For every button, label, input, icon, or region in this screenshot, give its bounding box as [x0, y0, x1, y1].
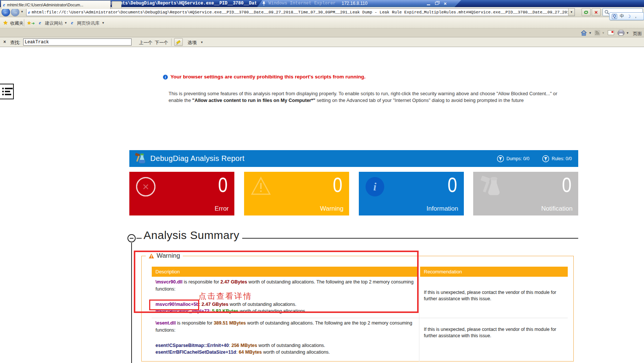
module-link[interactable]: \msvcr90.dll: [155, 279, 182, 285]
funnel-icon: [542, 155, 549, 162]
forward-button[interactable]: →: [11, 8, 19, 16]
feeds-dropdown[interactable]: ▼: [602, 31, 605, 35]
tab-favicon-icon: e: [3, 2, 5, 8]
mail-dot-icon: [611, 31, 613, 33]
ime-logo-icon[interactable]: Q: [612, 14, 617, 19]
recommendation-cell: If this is unexpected, please contact th…: [424, 289, 568, 302]
summary-collapse-toggle[interactable]: [127, 234, 136, 242]
dumps-badge[interactable]: Dumps: 0/0: [497, 150, 529, 167]
row-text: is responsible for: [182, 279, 220, 285]
ime-punctuation-toggle[interactable]: ，: [634, 13, 638, 19]
ime-mode-toggle[interactable]: 中: [620, 13, 624, 19]
find-label: 查找:: [10, 40, 20, 46]
address-dropdown-button[interactable]: ▼: [568, 9, 574, 16]
function-link[interactable]: msvcr90!malloc+5b: [155, 302, 199, 307]
description-cell: \esent.dll is responsible for 389.51 MBy…: [155, 320, 416, 334]
close-button[interactable]: ×: [441, 0, 449, 6]
address-url: mhtml:file://C:\Users\Administrator\Docu…: [32, 10, 568, 15]
notification-count: 0: [562, 173, 571, 197]
find-close-button[interactable]: ×: [3, 39, 6, 44]
read-mail-button[interactable]: [608, 30, 614, 35]
home-button[interactable]: [580, 30, 587, 36]
error-count: 0: [218, 173, 228, 197]
restore-icon: [435, 2, 438, 5]
rss-feeds-button[interactable]: [594, 30, 600, 36]
minimize-button[interactable]: [425, 0, 432, 6]
back-button[interactable]: ←: [1, 8, 10, 16]
warning-label: Warning: [320, 205, 343, 212]
report-title: DebugDiag Analysis Report: [150, 150, 244, 167]
function-link[interactable]: esent!ErrBFICacheISetDataSize+11d: [155, 350, 236, 355]
function-size: 256 MBytes: [231, 343, 257, 348]
suggested-sites-button[interactable]: 建议网站: [45, 20, 63, 27]
module-size: 389.51 MBytes: [214, 320, 246, 326]
tab-bar: [0, 28, 644, 37]
warning-icon: [148, 253, 154, 259]
highlight-all-button[interactable]: [174, 38, 183, 46]
warning-triangle-icon: [250, 176, 272, 197]
window-title-faded: Windows Internet Explorer: [268, 1, 336, 6]
rules-count: Rules: 0/0: [552, 156, 572, 161]
find-options-button[interactable]: 选项: [188, 40, 197, 46]
notification-tile: 0 Notification: [473, 172, 578, 215]
column-divider: [419, 277, 419, 362]
add-favorite-arrow-icon: ➔: [31, 21, 35, 25]
script-warning-heading: Your browser settings are currently proh…: [170, 74, 366, 80]
add-to-favorites-button[interactable]: ★➔: [27, 19, 35, 26]
web-slice-icon: e: [71, 20, 73, 26]
summary-connector-line: [136, 238, 142, 239]
find-previous-button[interactable]: 上一个: [139, 40, 152, 46]
error-circle-x-icon: ×: [136, 177, 155, 196]
toolbar-separator: [24, 19, 24, 27]
home-dropdown[interactable]: ▼: [589, 31, 592, 35]
find-input[interactable]: [23, 38, 132, 46]
notice-bold-text: "Allow active content to run in files on…: [192, 97, 315, 103]
list-icon: [2, 88, 13, 89]
find-next-button[interactable]: 下一个: [155, 40, 168, 46]
row-divider: [152, 318, 568, 318]
rules-badge[interactable]: Rules: 0/0: [542, 150, 572, 167]
information-label: Information: [426, 205, 458, 212]
print-button[interactable]: [617, 30, 625, 36]
function-link[interactable]: esent!CSparseBitmap::ErrInit+40: [155, 343, 229, 348]
web-slice-dropdown[interactable]: ▼: [102, 21, 105, 25]
module-link[interactable]: \esent.dll: [155, 320, 176, 326]
favorites-star-icon: ★: [3, 19, 8, 26]
stop-button[interactable]: ×: [592, 8, 601, 16]
contents-menu-button[interactable]: [0, 84, 14, 99]
function-line: msvcr90!malloc+5b: 2.47 GBytes worth of …: [155, 301, 306, 308]
favorites-button[interactable]: 收藏夹: [10, 20, 24, 27]
description-cell: \msvcr90.dll is responsible for 2.47 GBy…: [155, 279, 416, 293]
refresh-button[interactable]: [582, 8, 591, 16]
restore-button[interactable]: [433, 0, 440, 6]
recommendation-column-header: Recommendation: [420, 267, 568, 277]
error-tile: × 0 Error: [129, 172, 234, 215]
ime-status-bar: Q 中 ☽ ，: [609, 12, 644, 20]
notification-label: Notification: [541, 205, 573, 212]
history-dropdown[interactable]: ▼: [21, 10, 24, 13]
forward-arrow-icon: →: [13, 9, 18, 15]
new-tab-button[interactable]: [112, 1, 121, 9]
page-menu-button[interactable]: 页面: [633, 31, 642, 37]
debugdiag-logo-icon: [134, 152, 147, 165]
find-options-dropdown[interactable]: ▼: [200, 41, 203, 44]
web-slice-gallery-button[interactable]: 网页快讯库: [77, 20, 99, 27]
tab-active[interactable]: e mhtml:file://C:\Users\Administrator\Do…: [1, 0, 111, 9]
information-count: 0: [447, 173, 457, 197]
suggested-sites-dropdown[interactable]: ▼: [64, 21, 67, 25]
pin-icon[interactable]: [262, 1, 266, 6]
function-link[interactable]: msvcr90!calloc_impl+72: [155, 308, 209, 314]
stop-icon: ×: [595, 9, 598, 15]
function-size: 2.47 GBytes: [201, 302, 228, 307]
warning-count: 0: [333, 173, 342, 197]
page-favicon-icon: e: [28, 9, 30, 15]
half-width-moon-icon[interactable]: ☽: [627, 14, 631, 19]
function-line: msvcr90!calloc_impl+72: 5.93 KBytes wort…: [155, 308, 306, 314]
module-size: 2.47 GBytes: [221, 279, 247, 285]
search-icon: [604, 10, 609, 15]
summary-rule-line: [242, 238, 578, 239]
address-field[interactable]: e mhtml:file://C:\Users\Administrator\Do…: [26, 8, 575, 16]
info-circle-icon: i: [366, 177, 384, 196]
print-dropdown[interactable]: ▼: [626, 31, 629, 35]
funnel-icon: [497, 155, 504, 162]
